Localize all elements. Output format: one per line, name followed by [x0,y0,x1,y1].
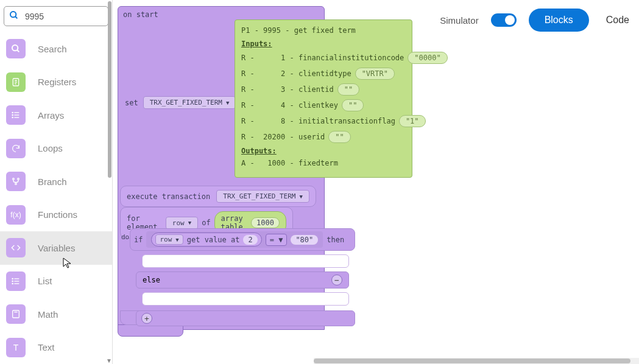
chevron-down-icon[interactable]: ▼ [106,357,112,364]
calculator-icon [6,304,26,324]
else-row[interactable]: else − [136,271,349,289]
row-var-dropdown[interactable]: row▼ [155,234,183,245]
compare-value[interactable]: "80" [291,235,318,245]
category-label: List [38,276,52,286]
input-row: R - 1 - financialinstitutioncode"0000" [241,52,406,64]
if-footer: + [136,310,355,326]
else-keyword: else [143,276,160,284]
input-value[interactable]: "1" [399,115,426,127]
output-row: A - 1000 - fixedterm [241,159,406,167]
category-registers[interactable]: Registers [0,66,112,99]
category-list[interactable]: List [0,265,112,298]
loop-icon [6,139,26,158]
simulator-label: Simulator [440,15,478,26]
search-icon [9,10,19,23]
get-value-pill[interactable]: row▼ get value at 2 [151,233,261,247]
blocks-button[interactable]: Blocks [529,9,589,32]
input-value[interactable]: "" [342,99,364,111]
chevron-down-icon: ▼ [278,236,283,244]
chevron-down-icon: ▼ [226,100,229,106]
input-value[interactable]: "" [337,83,359,96]
sidebar-scrollbar[interactable]: ▼ [107,0,112,364]
input-row: R - 4 - clientkey"" [241,99,406,111]
scrollbar-thumb[interactable] [108,1,111,178]
svg-point-21 [12,278,13,279]
input-value[interactable]: "VRTR" [355,68,395,80]
chevron-down-icon: ▼ [188,220,191,226]
svg-line-3 [17,50,19,52]
category-label: Functions [38,209,77,220]
search-icon [6,39,26,58]
category-label: Math [38,309,58,320]
category-label: Registers [38,77,76,87]
scrollbar-thumb[interactable] [314,359,630,363]
category-variables[interactable]: Variables [0,231,112,264]
input-value[interactable]: "" [328,131,350,143]
transaction-config-block[interactable]: P1 - 9995 - get fixed term Inputs: R - 1… [235,19,412,178]
svg-line-1 [15,16,17,18]
simulator-toggle[interactable] [491,13,517,27]
input-row: R - 2 - clientidtype"VRTR" [241,68,406,80]
category-label: Search [38,44,67,54]
inputs-header: Inputs: [241,40,406,48]
on-start-label: on start [123,10,319,19]
then-keyword: then [327,236,344,244]
text-icon: T [6,338,26,357]
code-button[interactable]: Code [601,9,634,32]
chevron-down-icon: ▼ [300,194,303,200]
category-label: Branch [38,177,67,187]
set-keyword: set [125,99,138,107]
category-text[interactable]: T Text [0,331,112,364]
search-input[interactable] [25,12,113,21]
category-arrays[interactable]: Arrays [0,99,112,131]
execute-transaction-block[interactable]: execute transaction TRX_GET_FIXED_TERM ▼ [120,186,316,207]
array-table-index[interactable]: 1000 [251,217,280,228]
svg-point-14 [13,178,15,180]
input-row: R - 8 - initialtransactionflag"1" [241,115,406,127]
list-icon [6,105,26,125]
document-icon [6,72,26,92]
input-value[interactable]: "0000" [408,52,447,64]
bullets-icon [6,271,26,291]
category-search[interactable]: Search [0,32,112,65]
category-math[interactable]: Math [0,298,112,331]
do-label: do [121,233,129,241]
on-start-end [118,324,183,337]
input-row: R - 20200 - userid"" [241,131,406,143]
input-row: R - 3 - clientid"" [241,83,406,96]
horizontal-scrollbar[interactable] [314,358,639,364]
svg-point-2 [12,45,18,51]
search-box[interactable] [4,6,108,26]
svg-rect-24 [13,310,19,318]
then-body-slot[interactable] [142,254,349,268]
svg-point-0 [10,12,16,17]
category-loops[interactable]: Loops [0,132,112,165]
category-label: Text [38,342,55,352]
else-body-slot[interactable] [142,292,349,306]
top-controls: Simulator Blocks Code [440,9,634,32]
svg-point-23 [12,283,13,284]
variable-name: TRX_GET_FIXED_TERM [150,99,222,107]
index-value[interactable]: 2 [243,235,257,245]
operator-dropdown[interactable]: = ▼ [266,234,288,246]
if-row[interactable]: if row▼ get value at 2 = ▼ "80" then [130,228,355,251]
add-branch-button[interactable]: + [141,313,152,324]
of-keyword: of [202,219,210,227]
variable-dropdown[interactable]: TRX_GET_FIXED_TERM ▼ [143,96,236,109]
execute-var-dropdown[interactable]: TRX_GET_FIXED_TERM ▼ [216,190,309,203]
category-branch[interactable]: Branch [0,165,112,198]
loop-var-dropdown[interactable]: row▼ [166,217,198,229]
svg-point-11 [12,113,13,113]
code-icon [6,238,26,257]
block-canvas[interactable]: on start set TRX_GET_FIXED_TERM ▼ to P1 … [113,0,639,364]
condition-hex[interactable]: row▼ get value at 2 = ▼ "80" [146,231,323,248]
chevron-down-icon: ▼ [175,237,178,243]
category-functions[interactable]: f(x) Functions [0,198,112,231]
if-else-block[interactable]: do if row▼ get value at 2 = ▼ "80" then … [130,228,361,326]
outputs-header: Outputs: [241,147,406,155]
svg-point-15 [18,178,19,180]
svg-point-13 [12,117,13,118]
remove-else-button[interactable]: − [331,275,342,285]
sidebar: Search Registers Arrays Loops Branch f(x… [0,0,113,364]
execute-label: execute transaction [127,192,210,201]
